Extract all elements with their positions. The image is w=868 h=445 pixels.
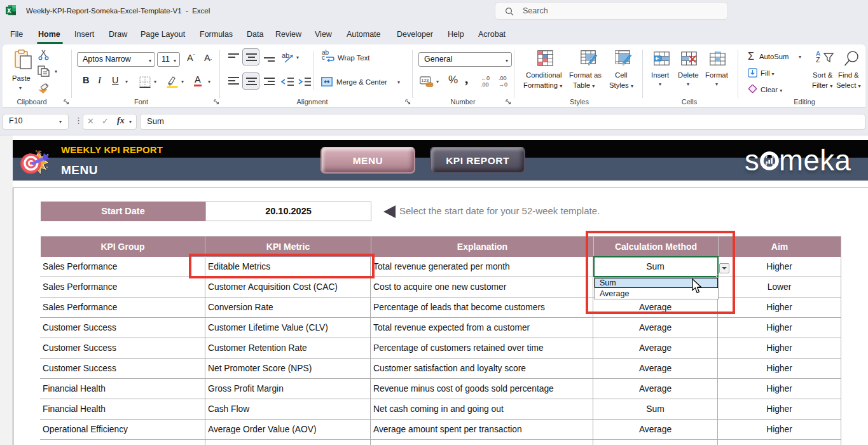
- svg-text:123: 123: [422, 78, 429, 83]
